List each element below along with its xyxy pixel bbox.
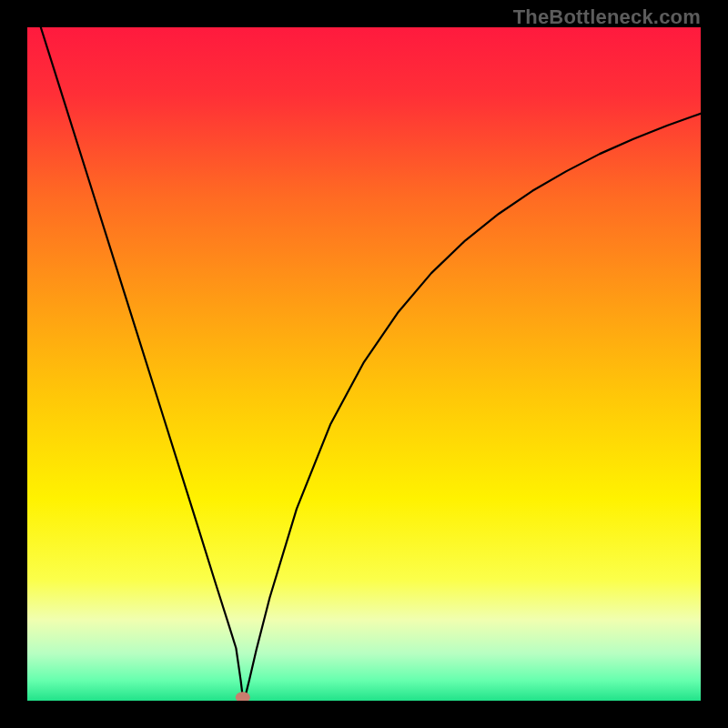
watermark-text: TheBottleneck.com [513,5,701,29]
chart-frame: TheBottleneck.com [0,0,728,728]
bottleneck-chart [27,27,701,701]
